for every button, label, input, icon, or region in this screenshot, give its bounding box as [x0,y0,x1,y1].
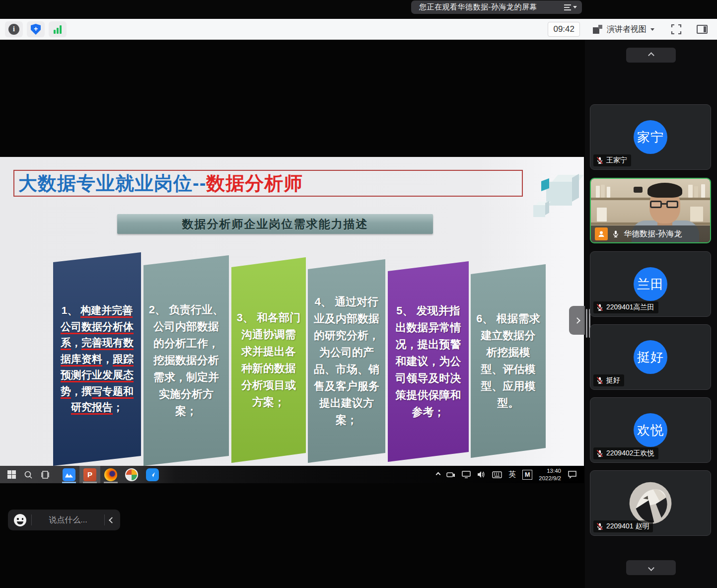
participant-name-chip: 2209401 赵明 [593,520,653,532]
chat-input[interactable]: 说点什么... [37,515,99,525]
participant-tile[interactable]: 兰田 2209401高兰田 [590,251,711,317]
mic-icon [612,230,620,238]
network-status-button[interactable] [49,21,67,37]
participant-tile[interactable]: 挺好 挺好 [590,324,711,390]
expand-sidebar-tab[interactable] [569,306,585,335]
panel-text: 3、 和各部门沟通协调需求并提出各种新的数据分析项目或方案； [231,304,306,416]
member-role-icon [595,227,608,240]
panel-text: 4、 通过对行业及内部数据的研究分析，为公司的产品、市场、销售及客户服务提出建议… [308,289,385,434]
collapse-chat-chevron[interactable] [109,517,115,523]
taskbar-date: 2022/9/2 [539,475,561,482]
network-signal-icon [54,25,62,34]
input-language-indicator[interactable]: 英 [508,470,516,479]
participant-name-chip: 2209401高兰田 [593,301,658,313]
participant-name: 2209402王欢悦 [606,449,654,458]
avatar: 兰田 [634,267,667,301]
meeting-info-button[interactable]: i [5,21,23,37]
participant-tile[interactable]: 欢悦 2209402王欢悦 [590,397,711,463]
job-duty-panel-1: 1、 构建并完善公司数据分析体系，完善现有数据库资料，跟踪预测行业发展态势，撰写… [53,252,141,466]
participant-name: 华德数据-孙海龙 [624,229,682,239]
firefox-taskbar-button[interactable] [100,466,121,483]
search-icon [24,470,33,479]
meeting-toolbar: i + 09:42 演讲者视图 [0,19,717,40]
taskbar-clock[interactable]: 13:40 2022/9/2 [539,467,561,482]
emoji-icon[interactable] [14,514,26,526]
watching-banner-text: 您正在观看华德数据-孙海龙的屏幕 [419,2,537,12]
job-duty-panel-4: 4、 通过对行业及内部数据的研究分析，为公司的产品、市场、销售及客户服务提出建议… [308,259,385,463]
avatar: 挺好 [634,340,667,374]
volume-icon[interactable] [477,471,486,478]
top-strip: 您正在观看华德数据-孙海龙的屏幕 [0,0,717,19]
hidden-icons-chevron[interactable] [436,472,441,477]
banner-menu-button[interactable] [564,4,577,10]
layout-view-icon [593,24,603,34]
taskbar-time: 13:40 [539,467,561,475]
divider [31,514,32,525]
security-button[interactable]: + [27,21,45,37]
open-app-indicator [83,482,97,483]
meeting-app-taskbar-button[interactable] [59,466,79,483]
job-duty-panel-3: 3、 和各部门沟通协调需求并提出各种新的数据分析项目或方案； [231,257,306,463]
participant-name-chip: 华德数据-孙海龙 [591,225,710,242]
notification-icon[interactable] [568,470,577,479]
participant-name: 挺好 [606,376,620,385]
participant-tiles: 家宁 王家宁 华德数据-孙海龙 [585,40,717,588]
start-icon [7,470,16,479]
app4-taskbar-button[interactable] [121,466,142,483]
panel-text: 1、 构建并完善公司数据分析体系，完善现有数据库资料，跟踪预测行业发展态势，撰写… [53,297,141,421]
side-panel-toggle-icon [697,25,708,34]
fullscreen-icon [671,24,682,35]
participant-name: 2209401高兰田 [606,303,654,312]
participant-name-chip: 挺好 [593,374,624,386]
muted-mic-icon [596,156,604,164]
start-button[interactable] [3,466,20,483]
powerpoint-icon: P [83,468,96,481]
view-mode-dropdown[interactable]: 演讲者视图 [588,21,659,37]
fullscreen-button[interactable] [667,21,685,37]
taskbar-search-button[interactable] [20,466,37,483]
open-app-indicator [62,482,76,483]
meeting-app-icon [63,468,75,481]
participant-tile[interactable]: 家宁 王家宁 [590,104,711,170]
participant-tile[interactable]: 华德数据-孙海龙 [590,178,711,243]
meeting-timer-text: 09:42 [553,24,574,34]
view-mode-label: 演讲者视图 [607,24,646,35]
meeting-timer: 09:42 [548,22,580,37]
muted-mic-icon [596,522,604,530]
participant-name-chip: 2209402王欢悦 [593,447,658,459]
bird-avatar [628,480,673,526]
ime-mode-icon[interactable]: M [522,470,532,480]
open-app-indicator [104,482,118,483]
scroll-down-button[interactable] [626,560,676,575]
muted-mic-icon [596,449,604,457]
muted-mic-icon [596,376,604,384]
panel-row: 1、 构建并完善公司数据分析体系，完善现有数据库资料，跟踪预测行业发展态势，撰写… [0,157,584,466]
powerpoint-taskbar-button[interactable]: P [79,466,100,483]
presentation-slide: 大数据专业就业岗位-- 数据分析师 数据分析师 [0,157,584,466]
caret-down-icon [573,6,577,8]
browser-app-icon [146,468,159,481]
security-shield-icon: + [31,24,41,35]
info-icon: i [8,24,19,35]
side-panel-toggle-button[interactable] [693,21,711,37]
meeting-window: 您正在观看华德数据-孙海龙的屏幕 i + 09:42 [0,0,717,588]
task-view-icon [40,471,50,479]
watching-banner: 您正在观看华德数据-孙海龙的屏幕 [411,0,582,14]
job-duty-panel-2: 2、 负责行业、公司内部数据的分析工作，挖掘数据分析需求，制定并实施分析方案； [143,255,229,466]
panel-text: 6、 根据需求建立数据分析挖掘模型、评估模型、应用模型。 [471,305,546,417]
participant-name: 王家宁 [606,156,627,165]
device-icon[interactable] [446,471,455,478]
browser-taskbar-button[interactable] [142,466,163,483]
muted-mic-icon [596,303,604,311]
panel-text: 5、 发现并指出数据异常情况，提出预警和建议，为公司领导及时决策提供保障和参考； [388,297,469,426]
colorful-app-icon [125,468,138,481]
participant-tile[interactable]: 2209401 赵明 [590,470,711,536]
task-view-button[interactable] [37,466,54,483]
chevron-right-icon [574,317,580,324]
participants-sidebar: 家宁 王家宁 华德数据-孙海龙 [585,40,717,588]
chat-quick-bar: 说点什么... [8,510,120,530]
job-duty-panel-5: 5、 发现并指出数据异常情况，提出预警和建议，为公司领导及时决策提供保障和参考； [388,261,469,462]
display-icon[interactable] [462,471,471,478]
job-duty-panel-6: 6、 根据需求建立数据分析挖掘模型、评估模型、应用模型。 [471,264,546,458]
keyboard-icon[interactable] [492,471,502,478]
